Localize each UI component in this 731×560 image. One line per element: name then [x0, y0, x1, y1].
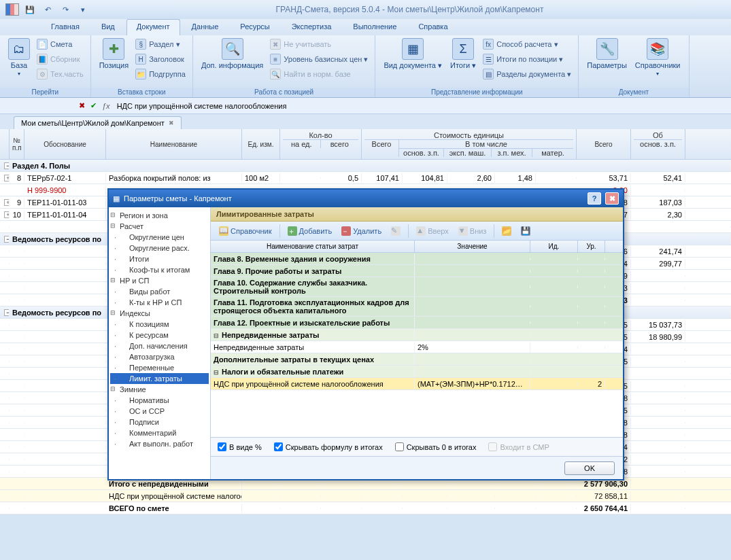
- undo-icon[interactable]: ↶: [41, 3, 54, 16]
- ignore-button[interactable]: ✖Не учитывать: [267, 37, 371, 52]
- tree-item[interactable]: Переменные: [110, 362, 209, 373]
- tree-item[interactable]: Коэф-ты к итогам: [110, 264, 209, 275]
- search-icon: 🔍: [270, 69, 281, 80]
- tree-item[interactable]: Округление расх.: [110, 243, 209, 253]
- info-button[interactable]: 🔍Доп. информация: [197, 37, 267, 71]
- list-item[interactable]: НДС при упрощённой системе налогообложен…: [211, 378, 623, 390]
- list-item[interactable]: ⊟Налоги и обязательные платежи: [211, 366, 623, 378]
- table-row[interactable]: НДС при упрощённой системе налогообложен…: [0, 490, 731, 502]
- postotals-button[interactable]: ☰Итоги по позиции ▾: [480, 52, 574, 67]
- edit-button[interactable]: ✎: [387, 224, 405, 238]
- plus-icon: ✚: [103, 38, 124, 60]
- x-icon: ✖: [270, 39, 281, 50]
- table-row[interactable]: +8ТЕРр57-02-1Разборка покрытий полов: из…: [0, 172, 731, 184]
- sbornik-button[interactable]: 📘Сборник: [34, 52, 86, 67]
- list-item[interactable]: Дополнительные затраты в текущих ценах: [211, 353, 623, 366]
- table-row[interactable]: ВСЕГО по смете2 650 764,41: [0, 502, 731, 514]
- help-icon[interactable]: ?: [588, 192, 601, 205]
- params-button[interactable]: 🔧Параметры: [583, 37, 631, 71]
- list-item[interactable]: Глава 9. Прочие работы и затраты: [211, 265, 623, 277]
- subgroup-button[interactable]: 📁Подгруппа: [133, 67, 188, 82]
- down-button[interactable]: ▼Вниз: [454, 224, 491, 238]
- tree-item[interactable]: Расчет: [110, 221, 209, 232]
- list-item[interactable]: Глава 10. Содержание службы заказчика. С…: [211, 277, 623, 297]
- formula-input[interactable]: [116, 101, 726, 111]
- tree-item[interactable]: Итоги: [110, 253, 209, 264]
- qat-more-icon[interactable]: ▾: [76, 3, 90, 16]
- level-button[interactable]: ≡Уровень базисных цен ▾: [267, 52, 371, 67]
- list-item[interactable]: Глава 8. Временные здания и сооружения: [211, 253, 623, 265]
- list-item[interactable]: Глава 12. Проектные и изыскательские раб…: [211, 317, 623, 329]
- add-button[interactable]: ＋Добавить: [284, 224, 337, 238]
- close-icon[interactable]: ✖: [169, 120, 174, 126]
- gear-icon: ⚙: [37, 69, 48, 80]
- ribbon-tab-1[interactable]: Вид: [91, 19, 125, 35]
- formula-bar: ✖ ✔ ƒx: [0, 98, 731, 114]
- section-button[interactable]: §Раздел ▾: [133, 37, 188, 52]
- tree-item[interactable]: Нормативы: [110, 395, 209, 406]
- tech-button[interactable]: ⚙Тех.часть: [34, 67, 86, 82]
- calc-icon: fx: [483, 39, 494, 50]
- tree-item[interactable]: Автозагрузка: [110, 351, 209, 362]
- ribbon-tab-5[interactable]: Экспертиза: [282, 19, 342, 35]
- ribbon-tab-7[interactable]: Справка: [408, 19, 458, 35]
- accept-icon[interactable]: ✔: [90, 101, 97, 110]
- refs-button[interactable]: 📚Справочники▾: [631, 37, 685, 78]
- cancel-icon[interactable]: ✖: [79, 101, 85, 110]
- delete-button[interactable]: －Удалить: [337, 224, 386, 238]
- redo-icon[interactable]: ↷: [58, 3, 72, 16]
- tree-item[interactable]: Округление цен: [110, 232, 209, 243]
- tree-item[interactable]: Подписи: [110, 417, 209, 427]
- pencil-icon: ✎: [391, 226, 401, 236]
- list-item[interactable]: ⊟Непредвиденные затраты: [211, 329, 623, 341]
- dialog-grid[interactable]: Глава 8. Временные здания и сооруженияГл…: [211, 253, 623, 437]
- header-icon: H: [135, 54, 146, 65]
- smeta-button[interactable]: 📄Смета: [34, 37, 86, 52]
- ribbon-tab-2[interactable]: Документ: [126, 19, 180, 35]
- tree-item[interactable]: К-ты к НР и СП: [110, 297, 209, 308]
- base-button[interactable]: 🗂База▾: [4, 37, 34, 78]
- ribbon-tab-0[interactable]: Главная: [41, 19, 90, 35]
- save-button[interactable]: 💾: [517, 224, 534, 238]
- tree-item[interactable]: ОС и ССР: [110, 406, 209, 417]
- list-item[interactable]: Непредвиденные затраты2%: [211, 341, 623, 353]
- up-button[interactable]: ▲Вверх: [412, 224, 453, 238]
- tree-item[interactable]: Регион и зона: [110, 210, 209, 221]
- find-button[interactable]: 🔍Найти в норм. базе: [267, 67, 371, 82]
- tree-item[interactable]: К позициям: [110, 319, 209, 330]
- tree-item[interactable]: Доп. начисления: [110, 340, 209, 351]
- list-icon: ☰: [483, 54, 494, 65]
- check-hidezero[interactable]: Скрывать 0 в итогах: [395, 442, 477, 451]
- ribbon-tab-3[interactable]: Данные: [182, 19, 229, 35]
- doc-tab[interactable]: Мои сметы\Центр\Жилой дом\Капремонт✖: [14, 116, 182, 129]
- tree-item[interactable]: Лимит. затраты: [110, 373, 209, 384]
- tree-item[interactable]: НР и СП: [110, 275, 209, 286]
- check-percent[interactable]: В виде %: [218, 442, 262, 451]
- check-hideformula[interactable]: Скрывать формулу в итогах: [274, 442, 383, 451]
- tree-item[interactable]: К ресурсам: [110, 330, 209, 340]
- totals-button[interactable]: ΣИтоги ▾: [446, 37, 480, 71]
- dialog-icon: ▦: [113, 194, 120, 203]
- tree-item[interactable]: Виды работ: [110, 286, 209, 297]
- level-icon: ≡: [270, 54, 281, 65]
- ribbon-tab-6[interactable]: Выполнение: [343, 19, 407, 35]
- save-icon[interactable]: 💾: [23, 3, 37, 16]
- table-row[interactable]: −Раздел 4. Полы: [0, 160, 731, 172]
- ribbon-tab-4[interactable]: Ресурсы: [230, 19, 279, 35]
- dialog-tree: Регион и зонаРасчетОкругление ценОкругле…: [109, 207, 211, 479]
- ok-button[interactable]: OK: [564, 461, 615, 475]
- list-item[interactable]: Глава 11. Подготовка эксплуатационных ка…: [211, 297, 623, 317]
- dialog-titlebar[interactable]: ▦ Параметры сметы - Капремонт ? ✖: [109, 190, 623, 207]
- docview-button[interactable]: ▦Вид документа ▾: [379, 37, 446, 71]
- tree-item[interactable]: Зимние: [110, 384, 209, 395]
- tree-item[interactable]: Индексы: [110, 308, 209, 319]
- tree-item[interactable]: Комментарий: [110, 427, 209, 438]
- position-button[interactable]: ✚Позиция: [95, 37, 133, 71]
- close-icon[interactable]: ✖: [605, 192, 619, 205]
- calcmethod-button[interactable]: fxСпособ расчета ▾: [480, 37, 574, 52]
- ref-button[interactable]: 📖Справочник: [215, 224, 276, 238]
- header-button[interactable]: HЗаголовок: [133, 52, 188, 67]
- tree-item[interactable]: Акт выполн. работ: [110, 438, 209, 449]
- docsections-button[interactable]: ▤Разделы документа ▾: [480, 67, 574, 82]
- open-button[interactable]: 📂: [498, 224, 515, 238]
